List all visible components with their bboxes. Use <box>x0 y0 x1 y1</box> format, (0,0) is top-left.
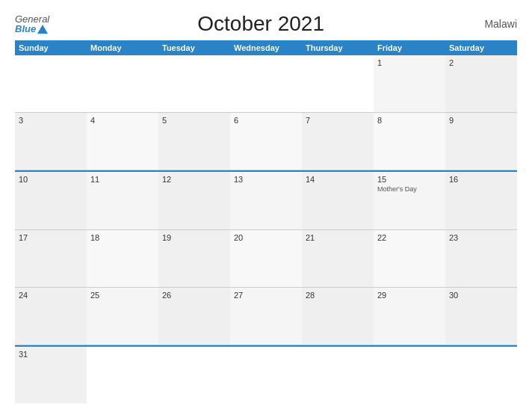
cell-day-number: 31 <box>19 350 83 359</box>
calendar-weeks: 123456789101112131415Mother's Day1617181… <box>15 55 517 404</box>
logo-triangle-icon <box>37 25 48 34</box>
calendar-cell: 27 <box>230 288 302 344</box>
calendar-cell: 3 <box>15 113 87 170</box>
cell-day-number: 29 <box>377 291 442 300</box>
cell-day-number: 19 <box>162 233 226 242</box>
calendar-week: 101112131415Mother's Day16 <box>15 170 517 229</box>
cell-day-number: 21 <box>306 233 370 242</box>
calendar-week: 31 <box>15 345 517 404</box>
day-header: Monday <box>87 40 158 55</box>
logo-blue-label: Blue <box>15 24 36 34</box>
calendar-cell: 25 <box>87 288 158 344</box>
logo: General Blue <box>15 14 49 34</box>
cell-day-number: 12 <box>162 175 226 184</box>
calendar-cell: 21 <box>302 230 374 287</box>
calendar-cell: 18 <box>87 230 158 287</box>
cell-day-number: 24 <box>19 291 83 300</box>
calendar-cell <box>158 347 230 404</box>
calendar-cell: 15Mother's Day <box>374 172 445 229</box>
calendar-week: 17181920212223 <box>15 230 517 288</box>
calendar-cell: 29 <box>374 288 445 344</box>
cell-day-number: 17 <box>19 233 83 242</box>
calendar-cell: 6 <box>230 113 302 170</box>
cell-day-number: 11 <box>90 175 155 184</box>
calendar-cell: 7 <box>302 113 374 170</box>
calendar-cell: 8 <box>374 113 445 170</box>
calendar-week: 12 <box>15 55 517 113</box>
calendar-cell <box>445 347 517 404</box>
cell-day-number: 1 <box>377 58 442 67</box>
calendar-cell: 11 <box>87 172 158 229</box>
cell-day-number: 20 <box>234 233 298 242</box>
cell-day-number: 15 <box>377 175 442 184</box>
country-label: Malawi <box>472 18 517 30</box>
day-header: Thursday <box>302 40 374 55</box>
calendar-cell <box>158 55 230 112</box>
cell-day-number: 6 <box>234 116 298 125</box>
day-headers-row: SundayMondayTuesdayWednesdayThursdayFrid… <box>15 40 517 55</box>
calendar-cell: 22 <box>374 230 445 287</box>
calendar-cell: 14 <box>302 172 374 229</box>
calendar-cell: 4 <box>87 113 158 170</box>
calendar-cell <box>302 347 374 404</box>
calendar-cell <box>15 55 87 112</box>
calendar-cell: 23 <box>445 230 517 287</box>
calendar-cell: 13 <box>230 172 302 229</box>
cell-day-number: 14 <box>306 175 370 184</box>
cell-day-number: 10 <box>19 175 83 184</box>
calendar-cell: 28 <box>302 288 374 344</box>
cell-day-number: 28 <box>306 291 370 300</box>
day-header: Friday <box>374 40 445 55</box>
calendar-cell: 26 <box>158 288 230 344</box>
cell-day-number: 4 <box>90 116 155 125</box>
cell-day-number: 13 <box>234 175 298 184</box>
day-header: Sunday <box>15 40 87 55</box>
calendar-cell: 31 <box>15 347 87 404</box>
cell-day-number: 25 <box>90 291 155 300</box>
calendar-cell: 2 <box>445 55 517 112</box>
cell-day-number: 22 <box>377 233 442 242</box>
cell-day-number: 2 <box>449 58 513 67</box>
calendar-week: 3456789 <box>15 113 517 170</box>
cell-day-number: 27 <box>234 291 298 300</box>
calendar-header: General Blue October 2021 Malawi <box>15 12 517 36</box>
cell-day-number: 5 <box>162 116 226 125</box>
calendar: SundayMondayTuesdayWednesdayThursdayFrid… <box>15 40 517 404</box>
calendar-cell: 10 <box>15 172 87 229</box>
cell-day-number: 18 <box>90 233 155 242</box>
day-header: Wednesday <box>230 40 302 55</box>
calendar-cell: 30 <box>445 288 517 344</box>
cell-day-number: 26 <box>162 291 226 300</box>
cell-event-label: Mother's Day <box>377 185 442 193</box>
cell-day-number: 30 <box>449 291 513 300</box>
calendar-cell: 17 <box>15 230 87 287</box>
calendar-cell: 9 <box>445 113 517 170</box>
cell-day-number: 9 <box>449 116 513 125</box>
day-header: Saturday <box>445 40 517 55</box>
cell-day-number: 16 <box>449 175 513 184</box>
calendar-cell: 24 <box>15 288 87 344</box>
calendar-week: 24252627282930 <box>15 288 517 345</box>
day-header: Tuesday <box>158 40 230 55</box>
calendar-cell <box>87 347 158 404</box>
cell-day-number: 3 <box>19 116 83 125</box>
cell-day-number: 7 <box>306 116 370 125</box>
calendar-cell: 16 <box>445 172 517 229</box>
calendar-cell: 19 <box>158 230 230 287</box>
calendar-cell <box>87 55 158 112</box>
calendar-cell <box>374 347 445 404</box>
cell-day-number: 23 <box>449 233 513 242</box>
calendar-cell: 20 <box>230 230 302 287</box>
logo-blue-text: Blue <box>15 24 49 34</box>
calendar-cell <box>230 347 302 404</box>
calendar-cell: 5 <box>158 113 230 170</box>
calendar-cell <box>230 55 302 112</box>
calendar-cell: 1 <box>374 55 445 112</box>
calendar-cell <box>302 55 374 112</box>
calendar-title: October 2021 <box>49 12 472 36</box>
cell-day-number: 8 <box>377 116 442 125</box>
calendar-cell: 12 <box>158 172 230 229</box>
